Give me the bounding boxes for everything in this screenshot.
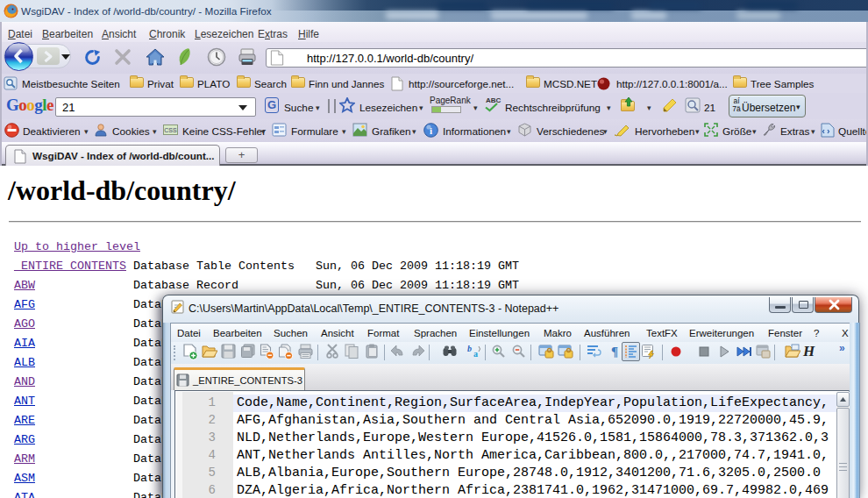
svg-text:i: i	[430, 125, 432, 136]
svg-text:a: a	[473, 349, 478, 359]
svg-text:b: b	[467, 344, 472, 353]
svg-text:¶: ¶	[611, 345, 618, 359]
